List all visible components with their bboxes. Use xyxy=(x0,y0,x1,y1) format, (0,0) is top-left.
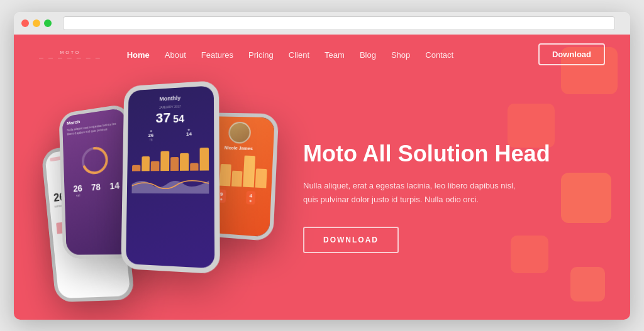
browser-window: MOTO — — — — — — — Home About Features P… xyxy=(14,12,630,320)
nav-link-features[interactable]: Features xyxy=(201,50,233,60)
nav-links: Home About Features Pricing Client Team xyxy=(127,49,538,60)
hero-section: 26 something 78 14 xyxy=(14,75,630,320)
nav-item-shop[interactable]: Shop xyxy=(391,49,410,60)
phones-area: 26 something 78 14 xyxy=(39,75,278,320)
maximize-button[interactable] xyxy=(44,19,52,27)
nav-link-contact[interactable]: Contact xyxy=(425,50,453,60)
hero-subtitle: Nulla aliquet, erat a egestas lacinia, l… xyxy=(303,179,517,207)
nav-item-contact[interactable]: Contact xyxy=(425,49,453,60)
stat-37: 37 xyxy=(155,111,170,124)
nav-link-shop[interactable]: Shop xyxy=(391,50,410,60)
nav-link-about[interactable]: About xyxy=(165,50,186,60)
nav-item-features[interactable]: Features xyxy=(201,49,233,60)
phone-bars xyxy=(132,144,209,171)
site-content: MOTO — — — — — — — Home About Features P… xyxy=(14,35,630,320)
close-button[interactable] xyxy=(21,19,29,27)
nav-item-pricing[interactable]: Pricing xyxy=(248,49,274,60)
nav-link-blog[interactable]: Blog xyxy=(360,50,376,60)
browser-chrome xyxy=(14,12,630,35)
nav-link-pricing[interactable]: Pricing xyxy=(248,50,274,60)
nav-link-home[interactable]: Home xyxy=(127,50,150,60)
nav-item-team[interactable]: Team xyxy=(325,49,345,60)
hero-text: Moto All Solution Head Nulla aliquet, er… xyxy=(278,141,630,254)
svg-point-1 xyxy=(82,146,107,173)
hero-title: Moto All Solution Head xyxy=(303,141,605,166)
nav-link-client[interactable]: Client xyxy=(289,50,309,60)
nav-item-client[interactable]: Client xyxy=(289,49,309,60)
minimize-button[interactable] xyxy=(33,19,40,27)
url-bar[interactable] xyxy=(63,16,615,30)
nav-item-blog[interactable]: Blog xyxy=(360,49,376,60)
site-logo: MOTO — — — — — — — xyxy=(39,50,102,60)
phone-main-screen: Monthly JANUARY 2017 37 54 ◆ 26 78 xyxy=(126,85,214,268)
phone-main: Monthly JANUARY 2017 37 54 ◆ 26 78 xyxy=(121,80,220,274)
monthly-label: Monthly xyxy=(133,93,209,103)
nav-link-team[interactable]: Team xyxy=(325,50,345,60)
phone-stats: 37 54 xyxy=(133,109,209,126)
hero-cta-button[interactable]: DOWNLOAD xyxy=(303,227,399,253)
phone-wave xyxy=(131,174,209,193)
nav-item-about[interactable]: About xyxy=(165,49,186,60)
ring-container xyxy=(68,142,124,178)
nav-item-home[interactable]: Home xyxy=(127,49,150,60)
stat-54: 54 xyxy=(173,114,184,124)
navbar: MOTO — — — — — — — Home About Features P… xyxy=(14,35,630,75)
nav-download-button[interactable]: Download xyxy=(538,43,605,65)
